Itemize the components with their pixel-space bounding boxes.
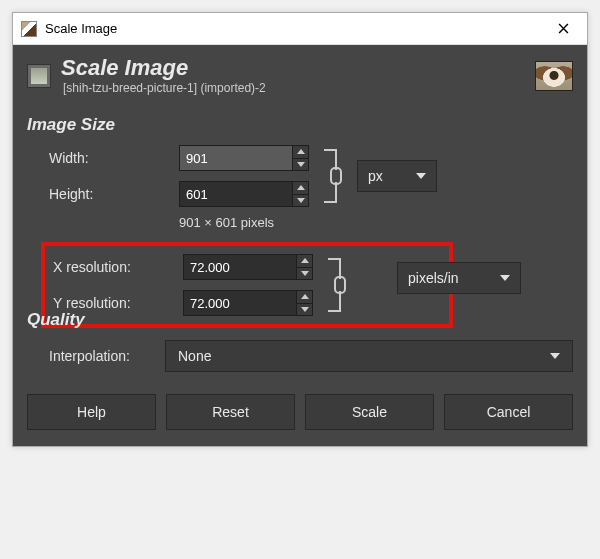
chevron-down-icon <box>416 173 426 179</box>
dialog-header: Scale Image [shih-tzu-breed-picture-1] (… <box>27 57 573 101</box>
size-unit-dropdown[interactable]: px <box>357 160 437 192</box>
svg-rect-3 <box>335 277 345 293</box>
height-step-down[interactable] <box>293 195 308 207</box>
size-unit-value: px <box>368 168 383 184</box>
window-title: Scale Image <box>45 21 543 36</box>
chevron-down-icon <box>500 275 510 281</box>
cancel-button[interactable]: Cancel <box>444 394 573 430</box>
y-resolution-input[interactable]: 72.000 <box>183 290 313 316</box>
y-resolution-label: Y resolution: <box>53 295 173 311</box>
svg-rect-0 <box>331 168 341 184</box>
help-button[interactable]: Help <box>27 394 156 430</box>
pixel-dimensions: 901 × 601 pixels <box>179 215 477 230</box>
scale-image-dialog: Scale Image Scale Image [shih-tzu-breed-… <box>12 12 588 447</box>
dialog-subtitle: [shih-tzu-breed-picture-1] (imported)-2 <box>61 81 525 95</box>
close-button[interactable] <box>543 14 583 44</box>
reset-button[interactable]: Reset <box>166 394 295 430</box>
xres-step-up[interactable] <box>297 255 312 268</box>
x-resolution-label: X resolution: <box>53 259 173 275</box>
dialog-title: Scale Image <box>61 57 525 79</box>
interpolation-value: None <box>178 348 211 364</box>
resolution-chain-link-icon[interactable] <box>323 257 351 313</box>
width-step-down[interactable] <box>293 159 308 171</box>
width-step-up[interactable] <box>293 146 308 159</box>
scale-button[interactable]: Scale <box>305 394 434 430</box>
button-bar: Help Reset Scale Cancel <box>27 394 573 430</box>
y-resolution-value[interactable]: 72.000 <box>184 291 296 315</box>
x-resolution-input[interactable]: 72.000 <box>183 254 313 280</box>
height-value[interactable]: 601 <box>180 182 292 206</box>
resolution-unit-dropdown[interactable]: pixels/in <box>397 262 521 294</box>
interpolation-label: Interpolation: <box>49 348 155 364</box>
image-size-heading: Image Size <box>27 115 573 135</box>
image-thumbnail <box>535 61 573 91</box>
resolution-unit-value: pixels/in <box>408 270 459 286</box>
height-input[interactable]: 601 <box>179 181 309 207</box>
height-step-up[interactable] <box>293 182 308 195</box>
width-label: Width: <box>49 150 169 166</box>
window-icon <box>21 21 37 37</box>
x-resolution-value[interactable]: 72.000 <box>184 255 296 279</box>
chevron-down-icon <box>550 353 560 359</box>
titlebar: Scale Image <box>13 13 587 45</box>
height-label: Height: <box>49 186 169 202</box>
size-chain-link-icon[interactable] <box>319 148 347 204</box>
width-value[interactable]: 901 <box>180 146 292 170</box>
yres-step-up[interactable] <box>297 291 312 304</box>
width-input[interactable]: 901 <box>179 145 309 171</box>
scale-image-icon <box>27 64 51 88</box>
yres-step-down[interactable] <box>297 304 312 316</box>
xres-step-down[interactable] <box>297 268 312 280</box>
interpolation-dropdown[interactable]: None <box>165 340 573 372</box>
